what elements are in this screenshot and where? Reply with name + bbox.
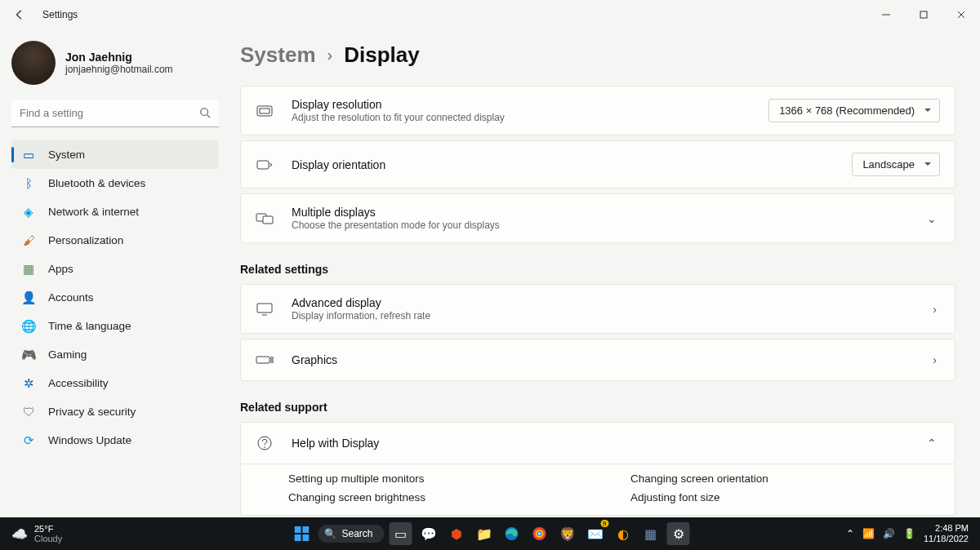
svg-rect-16 <box>294 526 301 533</box>
svg-rect-17 <box>302 526 309 533</box>
minimize-button[interactable] <box>867 0 905 29</box>
card-title: Advanced display <box>292 296 911 309</box>
back-button[interactable] <box>11 7 28 23</box>
office-icon[interactable]: ⬢ <box>445 522 468 545</box>
maximize-button[interactable] <box>905 0 942 29</box>
update-icon: ⟳ <box>21 433 36 448</box>
card-subtitle: Adjust the resolution to fit your connec… <box>292 112 751 123</box>
help-icon <box>256 434 274 452</box>
mail-icon[interactable]: ✉️ <box>584 522 607 545</box>
card-help-display[interactable]: Help with Display ⌃ <box>240 422 956 464</box>
breadcrumb-parent[interactable]: System <box>240 42 316 68</box>
person-icon: 👤 <box>21 291 36 305</box>
nav-item-time[interactable]: 🌐Time & language <box>11 312 219 340</box>
card-subtitle: Choose the presentation mode for your di… <box>292 220 906 231</box>
nav-label: Gaming <box>48 348 87 361</box>
svg-rect-11 <box>256 357 270 363</box>
taskbar-right: ⌃ 📶 🔊 🔋 2:48 PM 11/18/2022 <box>846 523 980 544</box>
user-email: jonjaehnig@hotmail.com <box>65 64 173 75</box>
nav-item-accessibility[interactable]: ✲Accessibility <box>11 369 219 397</box>
nav-label: Accessibility <box>48 377 109 389</box>
brave-icon[interactable]: 🦁 <box>556 522 579 545</box>
nav-item-bluetooth[interactable]: ᛒBluetooth & devices <box>11 169 219 197</box>
multiple-displays-icon <box>256 210 274 228</box>
taskbar-center: 🔍Search ▭ 💬 ⬢ 📁 🦁 ✉️ ◐ ▦ ⚙ <box>290 522 689 545</box>
card-display-orientation[interactable]: Display orientation Landscape <box>240 140 956 189</box>
search-input[interactable] <box>11 100 219 127</box>
taskbar-search[interactable]: 🔍Search <box>318 525 384 543</box>
breadcrumb-current: Display <box>344 42 420 68</box>
svg-rect-1 <box>920 11 927 18</box>
volume-tray-icon[interactable]: 🔊 <box>883 528 895 539</box>
nav-item-gaming[interactable]: 🎮Gaming <box>11 340 219 369</box>
card-multiple-displays[interactable]: Multiple displays Choose the presentatio… <box>240 193 956 243</box>
clock-date: 11/18/2022 <box>924 534 969 544</box>
app-icon[interactable]: ◐ <box>612 522 635 545</box>
chrome-icon[interactable] <box>528 522 551 545</box>
edge-icon[interactable] <box>501 522 523 545</box>
shield-icon: 🛡 <box>21 405 36 419</box>
help-link[interactable]: Changing screen brightness <box>288 491 598 503</box>
breadcrumb: System › Display <box>240 42 956 68</box>
help-link[interactable]: Adjusting font size <box>630 491 940 503</box>
task-view-button[interactable]: ▭ <box>390 522 412 545</box>
nav: ▭System ᛒBluetooth & devices ◈Network & … <box>11 140 219 455</box>
card-graphics[interactable]: Graphics › <box>240 339 956 381</box>
explorer-icon[interactable]: 📁 <box>473 522 496 545</box>
search-icon: 🔍 <box>324 528 336 539</box>
nav-item-privacy[interactable]: 🛡Privacy & security <box>11 397 219 426</box>
close-button[interactable] <box>942 0 980 29</box>
svg-rect-6 <box>257 161 269 169</box>
nav-label: Privacy & security <box>48 406 136 418</box>
start-button[interactable] <box>290 522 313 545</box>
monitor-icon <box>256 300 274 318</box>
chevron-up-icon: ⌃ <box>924 437 940 450</box>
user-name: Jon Jaehnig <box>65 51 173 64</box>
calculator-icon[interactable]: ▦ <box>639 522 662 545</box>
weather-icon: ☁️ <box>11 526 28 542</box>
nav-label: Windows Update <box>48 434 131 446</box>
nav-label: Personalization <box>48 234 123 246</box>
teams-icon[interactable]: 💬 <box>417 522 440 545</box>
svg-point-13 <box>271 361 274 363</box>
taskbar-clock[interactable]: 2:48 PM 11/18/2022 <box>924 523 969 544</box>
orientation-dropdown[interactable]: Landscape <box>852 153 940 176</box>
nav-item-update[interactable]: ⟳Windows Update <box>11 426 219 455</box>
tray-chevron-icon[interactable]: ⌃ <box>846 528 854 539</box>
card-title: Display resolution <box>292 98 751 111</box>
settings-icon[interactable]: ⚙ <box>667 522 690 545</box>
user-block[interactable]: Jon Jaehnig jonjaehnig@hotmail.com <box>11 41 219 85</box>
card-display-resolution[interactable]: Display resolution Adjust the resolution… <box>240 86 956 135</box>
card-title: Help with Display <box>292 437 906 450</box>
system-icon: ▭ <box>21 148 36 162</box>
svg-point-12 <box>271 357 274 360</box>
nav-item-personalization[interactable]: 🖌Personalization <box>11 226 219 255</box>
clock-time: 2:48 PM <box>924 523 969 534</box>
nav-label: System <box>48 149 85 161</box>
window-title: Settings <box>42 9 78 20</box>
help-link[interactable]: Setting up multiple monitors <box>288 472 598 485</box>
resolution-dropdown[interactable]: 1366 × 768 (Recommended) <box>768 99 940 122</box>
nav-item-network[interactable]: ◈Network & internet <box>11 197 219 226</box>
taskbar-weather[interactable]: ☁️ 25°F Cloudy <box>0 524 62 543</box>
help-links: Setting up multiple monitors Changing sc… <box>240 464 956 516</box>
card-advanced-display[interactable]: Advanced display Display information, re… <box>240 284 956 334</box>
nav-item-apps[interactable]: ▦Apps <box>11 255 219 283</box>
nav-item-system[interactable]: ▭System <box>11 140 219 169</box>
svg-point-24 <box>538 533 541 535</box>
avatar <box>11 41 56 85</box>
weather-temp: 25°F <box>34 524 62 534</box>
svg-line-3 <box>207 115 211 118</box>
svg-point-15 <box>264 446 265 448</box>
section-related-settings: Related settings <box>240 263 956 276</box>
nav-label: Accounts <box>48 291 94 304</box>
chevron-right-icon: › <box>929 353 940 366</box>
battery-tray-icon[interactable]: 🔋 <box>903 528 915 539</box>
wifi-tray-icon[interactable]: 📶 <box>862 528 875 539</box>
chevron-right-icon: › <box>327 46 333 64</box>
chevron-down-icon: ⌄ <box>924 212 940 225</box>
help-link[interactable]: Changing screen orientation <box>630 472 940 485</box>
wifi-icon: ◈ <box>21 205 36 220</box>
svg-rect-8 <box>263 216 273 224</box>
nav-item-accounts[interactable]: 👤Accounts <box>11 283 219 312</box>
